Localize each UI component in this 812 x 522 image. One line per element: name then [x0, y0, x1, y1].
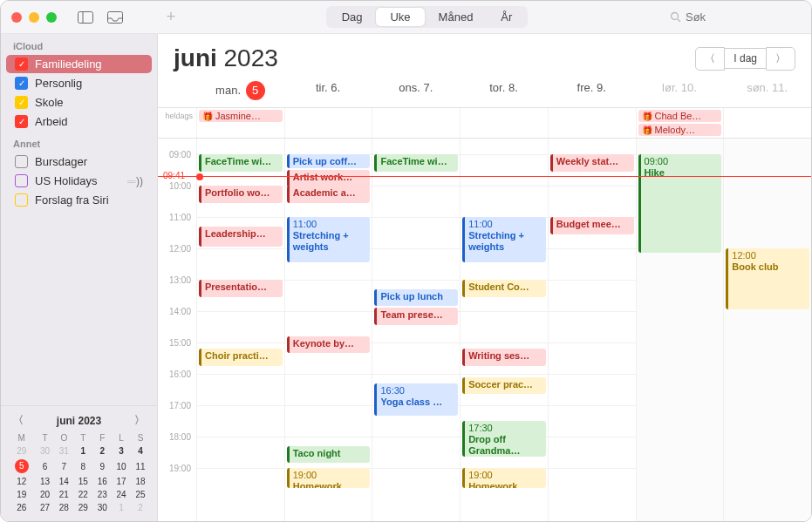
calendar-event[interactable]: Student Co… [462, 280, 546, 297]
mini-day[interactable]: 14 [54, 475, 73, 488]
mini-day[interactable]: 22 [73, 488, 92, 501]
calendar-event[interactable]: Writing ses… [462, 349, 546, 366]
calendar-list-item[interactable]: ✓Familiedeling [6, 55, 152, 73]
calendar-checkbox[interactable]: ✓ [15, 115, 28, 128]
mini-day[interactable]: 27 [36, 501, 55, 514]
calendar-event[interactable]: FaceTime wi… [199, 154, 283, 172]
mini-day[interactable]: 19 [8, 488, 36, 501]
fullscreen-window-button[interactable] [46, 12, 57, 23]
calendar-event[interactable]: Pick up lunch [374, 289, 458, 307]
prev-week-button[interactable]: 〈 [695, 47, 725, 71]
calendar-event[interactable]: 11:00Stretching + weights [287, 217, 371, 262]
calendar-event[interactable]: Academic a… [287, 186, 371, 203]
calendar-event[interactable]: Leadership… [199, 227, 283, 247]
mini-day[interactable]: 12 [8, 475, 36, 488]
week-grid[interactable]: FaceTime wi…Portfolio wo…Leadership…Pres… [196, 139, 811, 521]
day-column[interactable]: Pick up coff…Artist work…Academic a…11:0… [284, 139, 372, 521]
close-window-button[interactable] [11, 12, 22, 23]
mini-day[interactable]: 7 [54, 458, 73, 475]
day-column[interactable]: 12:00Book club [723, 139, 811, 521]
minimize-window-button[interactable] [29, 12, 39, 23]
calendar-event[interactable]: 19:00Homework [462, 468, 546, 488]
calendar-event[interactable]: Soccer prac… [462, 377, 546, 395]
calendar-event[interactable]: Budget mee… [550, 217, 634, 234]
calendar-checkbox[interactable] [15, 193, 28, 207]
calendar-event[interactable]: Taco night [287, 446, 371, 464]
mini-day[interactable]: 2 [92, 444, 112, 458]
calendar-event[interactable]: Keynote by… [287, 336, 371, 354]
allday-cell[interactable] [723, 108, 811, 138]
mini-day[interactable]: 6 [36, 458, 55, 475]
mini-day[interactable]: 28 [54, 501, 73, 514]
allday-event[interactable]: 🎁Melody… [638, 124, 722, 136]
calendar-list-item[interactable]: ✓Arbeid [6, 112, 152, 131]
day-column[interactable]: 09:00Hike [636, 139, 724, 521]
add-event-button[interactable]: + [158, 8, 184, 26]
mini-day[interactable]: 1 [112, 501, 131, 514]
today-button[interactable]: I dag [725, 48, 766, 69]
mini-day[interactable]: 2 [131, 501, 150, 514]
calendar-event[interactable]: 17:30Drop off Grandma… [462, 421, 546, 457]
mini-day[interactable]: 23 [92, 488, 112, 501]
day-column[interactable]: 11:00Stretching + weightsStudent Co…Writ… [460, 139, 548, 521]
inbox-icon[interactable] [104, 8, 126, 27]
day-header[interactable]: man. 5 [196, 76, 284, 107]
day-column[interactable]: FaceTime wi…Pick up lunchTeam prese…16:3… [372, 139, 460, 521]
allday-cell[interactable] [372, 108, 460, 138]
calendar-event[interactable]: Portfolio wo… [199, 186, 283, 203]
mini-day[interactable]: 10 [112, 458, 131, 475]
view-month-tab[interactable]: Måned [425, 8, 488, 26]
mini-day[interactable]: 9 [92, 458, 112, 475]
mini-day[interactable]: 18 [131, 475, 150, 488]
calendar-checkbox[interactable]: ✓ [15, 96, 28, 109]
mini-day[interactable]: 30 [92, 501, 112, 514]
day-column[interactable]: Weekly stat…Budget mee… [548, 139, 636, 521]
mini-next-month-button[interactable]: 〉 [133, 413, 147, 428]
calendar-event[interactable]: 09:00Hike [638, 154, 722, 253]
day-header[interactable]: lør. 10. [636, 76, 724, 107]
mini-prev-month-button[interactable]: 〈 [11, 413, 25, 428]
calendar-checkbox[interactable] [15, 174, 28, 187]
mini-day[interactable]: 17 [112, 475, 131, 488]
next-week-button[interactable]: 〉 [766, 47, 795, 71]
calendar-list-item[interactable]: Forslag fra Siri [6, 191, 152, 209]
day-header[interactable]: tir. 6. [284, 76, 372, 107]
search-input[interactable] [686, 10, 801, 24]
mini-day[interactable]: 30 [36, 444, 55, 458]
calendar-event[interactable]: 11:00Stretching + weights [462, 217, 546, 262]
calendar-list-item[interactable]: ✓Skole [6, 93, 152, 112]
allday-event[interactable]: 🎁Chad Be… [638, 110, 722, 122]
day-header[interactable]: tor. 8. [460, 76, 548, 107]
allday-cell[interactable]: 🎁Jasmine… [196, 108, 284, 138]
mini-day[interactable]: 3 [112, 444, 131, 458]
mini-day[interactable]: 29 [73, 501, 92, 514]
mini-day[interactable]: 4 [131, 444, 150, 458]
mini-day[interactable]: 8 [73, 458, 92, 475]
calendar-event[interactable]: Team prese… [374, 308, 458, 325]
mini-day[interactable]: 24 [112, 488, 131, 501]
calendar-checkbox[interactable]: ✓ [15, 77, 28, 90]
calendar-event[interactable]: 19:00Homework [287, 468, 371, 488]
mini-day[interactable]: 31 [54, 444, 73, 458]
mini-day[interactable]: 26 [8, 501, 36, 514]
sidebar-toggle-icon[interactable] [74, 8, 97, 27]
calendar-list-item[interactable]: Bursdager [6, 153, 152, 171]
day-column[interactable]: FaceTime wi…Portfolio wo…Leadership…Pres… [196, 139, 284, 521]
search-field[interactable] [670, 10, 801, 24]
allday-cell[interactable] [284, 108, 372, 138]
calendar-event[interactable]: FaceTime wi… [374, 154, 458, 172]
view-year-tab[interactable]: År [487, 8, 526, 26]
day-header[interactable]: søn. 11. [723, 76, 811, 107]
calendar-event[interactable]: Artist work… [287, 170, 371, 187]
mini-day[interactable]: 15 [73, 475, 92, 488]
calendar-event[interactable]: Pick up coff… [287, 154, 371, 168]
calendar-event[interactable]: Weekly stat… [550, 154, 634, 172]
allday-cell[interactable] [460, 108, 548, 138]
allday-event[interactable]: 🎁Jasmine… [199, 110, 283, 122]
mini-day[interactable]: 20 [36, 488, 55, 501]
calendar-event[interactable]: Choir practi… [199, 349, 283, 366]
calendar-checkbox[interactable]: ✓ [15, 58, 28, 71]
day-header[interactable]: ons. 7. [372, 76, 460, 107]
day-header[interactable]: fre. 9. [548, 76, 636, 107]
view-week-tab[interactable]: Uke [376, 8, 424, 26]
